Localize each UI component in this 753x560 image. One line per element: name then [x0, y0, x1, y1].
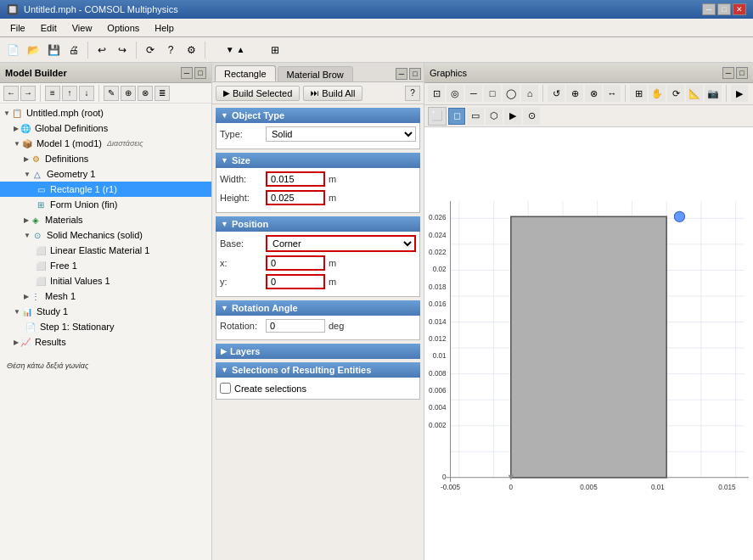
extra-btn[interactable]: ⊞ — [262, 41, 288, 59]
sidebar-item-study1[interactable]: ▼ 📊 Study 1 — [0, 304, 211, 319]
maximize-button[interactable]: □ — [717, 3, 731, 15]
open-button[interactable]: 📂 — [24, 41, 42, 59]
graphics-canvas[interactable]: 0.026 0.024 0.022 0.02 0.018 0.016 0.014… — [424, 127, 753, 560]
create-selections-checkbox[interactable] — [220, 383, 231, 394]
tree-root[interactable]: ▼ 📋 Untitled.mph (root) — [0, 105, 211, 120]
sidebar-item-mesh1[interactable]: ▶ ⋮ Mesh 1 — [0, 288, 211, 304]
graphics-camera-btn[interactable]: 📷 — [705, 85, 722, 102]
gt2-btn2[interactable]: ◻ — [448, 108, 465, 125]
panel-minimize-btn[interactable]: ─ — [181, 67, 193, 79]
graphics-grid-btn[interactable]: ⊞ — [630, 85, 647, 102]
section-size-header[interactable]: ▼ Size — [216, 153, 420, 168]
graphics-zoom-in-btn[interactable]: ⊕ — [566, 85, 583, 102]
type-select[interactable]: Solid — [266, 126, 416, 142]
build-all-button[interactable]: ⏭ Build All — [303, 86, 362, 101]
graphics-pan-btn[interactable]: ✋ — [649, 85, 666, 102]
mb-edit-btn[interactable]: ✎ — [104, 86, 119, 101]
help-toolbar-button[interactable]: ? — [161, 41, 180, 59]
section-rotation-header[interactable]: ▼ Rotation Angle — [216, 300, 420, 316]
section-object-type-header[interactable]: ▼ Object Type — [216, 108, 420, 123]
sidebar-item-results[interactable]: ▶ 📈 Results — [0, 334, 211, 350]
menu-view[interactable]: View — [65, 21, 99, 35]
graphics-maximize-btn[interactable]: □ — [736, 67, 748, 79]
settings-button[interactable]: ⚙ — [182, 41, 200, 59]
graphics-minimize-btn[interactable]: ─ — [722, 67, 734, 79]
sidebar-item-solid-mechanics[interactable]: ▼ ⊙ Solid Mechanics (solid) — [0, 227, 211, 243]
canvas-svg: 0.026 0.024 0.022 0.02 0.018 0.016 0.014… — [424, 127, 753, 560]
print-button[interactable]: 🖨 — [65, 41, 83, 59]
new-button[interactable]: 📄 — [3, 41, 22, 59]
tab-material-browser[interactable]: Material Brow — [278, 66, 353, 81]
section-layers-header[interactable]: ▶ Layers — [216, 344, 420, 359]
menu-help[interactable]: Help — [148, 21, 181, 35]
zoom-btn[interactable]: ▼ ▲ — [210, 41, 261, 59]
mb-back-btn[interactable]: ← — [3, 86, 19, 101]
tab-minimize-btn[interactable]: ─ — [396, 68, 407, 80]
sidebar-item-rectangle1[interactable]: ▭ Rectangle 1 (r1) — [0, 182, 211, 197]
sidebar-item-free1[interactable]: ⬜ Free 1 — [0, 258, 211, 273]
rotation-input[interactable] — [266, 319, 325, 333]
mb-forward-btn[interactable]: → — [20, 86, 36, 101]
gt2-btn6[interactable]: ⊙ — [523, 108, 540, 125]
graphics-arrow-btn[interactable]: ▶ — [731, 85, 748, 102]
minimize-button[interactable]: ─ — [702, 3, 716, 15]
mb-delete-btn[interactable]: ⊗ — [138, 86, 153, 101]
sidebar-item-materials[interactable]: ▶ ◈ Materials — [0, 212, 211, 227]
mb-add-btn[interactable]: ⊕ — [121, 86, 136, 101]
undo-button[interactable]: ↩ — [93, 41, 111, 59]
redo-button[interactable]: ↪ — [113, 41, 132, 59]
build-info-btn[interactable]: ? — [405, 86, 420, 101]
mb-down-btn[interactable]: ↓ — [79, 86, 94, 101]
graphics-fit-btn[interactable]: ↔ — [604, 85, 621, 102]
mb-more-btn[interactable]: ≣ — [155, 86, 170, 101]
graphics-measure-btn[interactable]: 📐 — [686, 85, 703, 102]
section-selections-header[interactable]: ▼ Selections of Resulting Entities — [216, 362, 420, 378]
build-toolbar: ▶ Build Selected ⏭ Build All ? — [212, 82, 424, 104]
save-button[interactable]: 💾 — [44, 41, 63, 59]
graphics-undo-btn[interactable]: ↺ — [548, 85, 565, 102]
gt2-btn1[interactable]: ⬜ — [428, 107, 447, 126]
panel-maximize-btn[interactable]: □ — [194, 67, 206, 79]
graphics-rect-btn[interactable]: □ — [484, 85, 501, 102]
sidebar-item-geometry1[interactable]: ▼ △ Geometry 1 — [0, 166, 211, 182]
build-selected-button[interactable]: ▶ Build Selected — [216, 86, 300, 101]
menu-options[interactable]: Options — [100, 21, 146, 35]
sidebar-item-step1[interactable]: 📄 Step 1: Stationary — [0, 319, 211, 334]
menu-file[interactable]: File — [3, 21, 32, 35]
sidebar-item-global-definitions[interactable]: ▶ 🌐 Global Definitions — [0, 120, 211, 136]
model1-arrow: ▼ — [14, 140, 20, 148]
height-input[interactable] — [266, 190, 325, 205]
sidebar-item-model1[interactable]: ▼ 📦 Model 1 (mod1) Διαστάσεις — [0, 136, 211, 151]
sidebar-item-initial-values[interactable]: ⬜ Initial Values 1 — [0, 273, 211, 288]
base-select[interactable]: Corner Center — [266, 235, 416, 252]
graphics-line-btn[interactable]: ─ — [465, 85, 482, 102]
y-input[interactable] — [266, 274, 325, 289]
graphics-home-btn[interactable]: ⌂ — [521, 85, 538, 102]
mb-list-btn[interactable]: ≡ — [45, 86, 60, 101]
section-position-header[interactable]: ▼ Position — [216, 216, 420, 232]
refresh-button[interactable]: ⟳ — [141, 41, 160, 59]
sidebar-item-definitions[interactable]: ▶ ⚙ Definitions — [0, 151, 211, 166]
menu-edit[interactable]: Edit — [34, 21, 64, 35]
sidebar-item-linear-elastic[interactable]: ⬜ Linear Elastic Material 1 — [0, 243, 211, 258]
graphics-rotate-btn[interactable]: ⟳ — [667, 85, 684, 102]
create-selections-row: Create selections — [220, 381, 416, 395]
x-input[interactable] — [266, 255, 325, 271]
gt2-btn5[interactable]: ▶ — [504, 108, 521, 125]
tab-rectangle[interactable]: Rectangle — [215, 65, 276, 81]
width-input[interactable] — [266, 171, 325, 187]
graphics-circle-btn[interactable]: ◎ — [447, 85, 464, 102]
graphics-zoom-out-btn[interactable]: ⊗ — [585, 85, 602, 102]
app-icon: 🔲 — [7, 4, 19, 15]
tab-maximize-btn[interactable]: □ — [409, 68, 421, 80]
gt2-btn4[interactable]: ⬡ — [486, 108, 503, 125]
mb-up-btn[interactable]: ↑ — [62, 86, 77, 101]
graphics-select-btn[interactable]: ⊡ — [428, 85, 445, 102]
graphics-oval-btn[interactable]: ◯ — [503, 85, 520, 102]
gt2-btn3[interactable]: ▭ — [467, 108, 484, 125]
model1-icon: 📦 — [20, 137, 34, 150]
sidebar-item-form-union[interactable]: ⊞ Form Union (fin) — [0, 197, 211, 212]
section-position: ▼ Position Base: Corner Center x: m — [216, 216, 420, 297]
close-button[interactable]: ✕ — [733, 3, 746, 15]
properties-content: ▼ Object Type Type: Solid ▼ Size — [212, 104, 424, 560]
